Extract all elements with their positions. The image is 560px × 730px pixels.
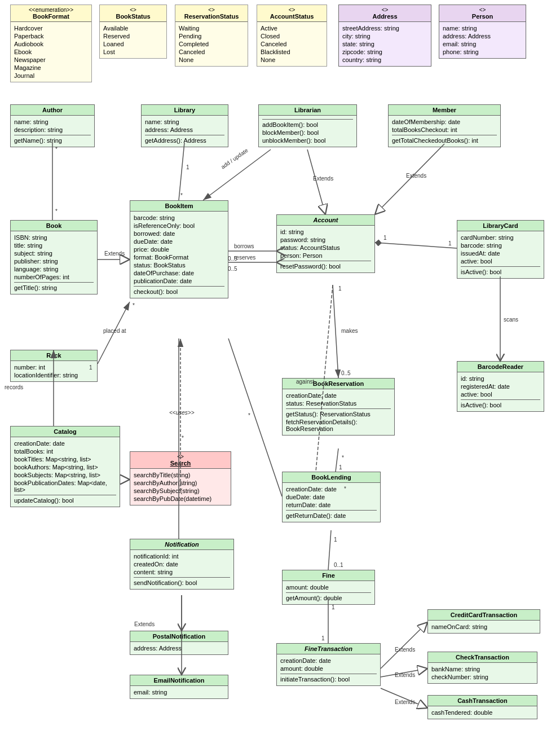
notif-attr-3: content: string xyxy=(134,568,230,576)
svg-line-9 xyxy=(179,143,184,200)
as-attr-1: Active xyxy=(261,24,323,32)
bi-attr-8: dateOfPurchase: date xyxy=(134,269,224,277)
rs-attr-4: Canceled xyxy=(179,48,244,56)
bf-attr-2: Paperback xyxy=(14,32,88,40)
librarian-header: Librarian xyxy=(259,105,356,116)
acc-attr-1: id: string xyxy=(280,228,371,236)
bs-attr-4: Lost xyxy=(103,48,163,56)
bi-attr-4: dueDate: date xyxy=(134,238,224,245)
check-transaction-body: bankName: string checkNumber: string xyxy=(428,663,537,683)
search-method-4: searchByPubDate(datetime) xyxy=(134,495,227,503)
rs-attr-1: Waiting xyxy=(179,24,244,32)
author-attr-2: description: string xyxy=(14,126,91,134)
rs-attr-5: None xyxy=(179,56,244,64)
fine-attr-1: amount: double xyxy=(286,583,371,591)
svg-text:records: records xyxy=(5,384,23,390)
book-reservation-box: BookReservation creationDate: date statu… xyxy=(282,378,395,436)
book-item-header: BookItem xyxy=(130,201,228,212)
book-box: Book ISBN: string title: string subject:… xyxy=(10,220,98,294)
svg-text:*: * xyxy=(180,192,183,199)
search-method-2: searchByAuthor(string) xyxy=(134,479,227,487)
rack-attr-2: locationIdentifier: string xyxy=(14,371,94,379)
cat-attr-6: bookPublicationDates: Map<date, list> xyxy=(14,479,116,494)
person-attr-1: name: string xyxy=(443,24,522,32)
book-status-stereotype: <> xyxy=(103,7,163,13)
catalog-header: Catalog xyxy=(11,426,120,437)
cht-attr-2: checkNumber: string xyxy=(431,673,533,681)
account-status-body: Active Closed Canceled Blacklisted None xyxy=(257,22,327,66)
bs-attr-1: Available xyxy=(103,24,163,32)
member-header: Member xyxy=(389,105,500,116)
svg-text:*: * xyxy=(342,455,344,461)
barcode-reader-box: BarcodeReader id: string registeredAt: d… xyxy=(457,361,544,412)
svg-text:*: * xyxy=(55,208,58,214)
postal-notification-body: address: Address xyxy=(130,642,228,654)
search-name: Search xyxy=(170,460,191,467)
email-notification-box: EmailNotification email: string xyxy=(130,675,228,699)
library-attr-2: address: Address xyxy=(145,126,224,134)
svg-text:0..5: 0..5 xyxy=(228,256,237,262)
as-attr-3: Canceled xyxy=(261,40,323,48)
br-attr-1: creationDate: date xyxy=(286,392,391,399)
bi-attr-1: barcode: string xyxy=(134,214,224,222)
svg-text:1: 1 xyxy=(334,536,337,543)
library-attr-1: name: string xyxy=(145,118,224,126)
book-status-body: Available Reserved Loaned Lost xyxy=(100,22,166,58)
svg-line-33 xyxy=(333,285,338,378)
search-method-1: searchByTitle(string) xyxy=(134,471,227,479)
account-header: Account xyxy=(277,215,374,226)
book-attr-6: numberOfPages: int xyxy=(14,273,94,281)
bi-attr-5: price: double xyxy=(134,245,224,253)
bi-attr-6: format: BookFormat xyxy=(134,253,224,261)
svg-text:Extends: Extends xyxy=(104,250,125,257)
svg-line-23 xyxy=(98,302,130,364)
book-lending-body: creationDate: date dueDate: date returnD… xyxy=(283,483,380,522)
svg-text:Extends: Extends xyxy=(313,175,333,182)
reservation-status-name: ReservationStatus xyxy=(184,13,239,20)
bl-method-1: getReturnDate(): date xyxy=(286,512,377,520)
svg-line-40 xyxy=(328,530,331,570)
member-box: Member dateOfMembership: date totalBooks… xyxy=(388,104,501,147)
member-body: dateOfMembership: date totalBooksCheckou… xyxy=(389,116,500,147)
book-format-box: <<enumeration>> BookFormat Hardcover Pap… xyxy=(10,5,92,82)
book-reservation-body: creationDate: date status: ReservationSt… xyxy=(283,389,394,435)
svg-text:0..5: 0..5 xyxy=(341,370,351,376)
lc-method-1: isActive(): bool xyxy=(461,268,540,276)
svg-line-12 xyxy=(307,149,325,214)
book-format-stereotype: <<enumeration>> xyxy=(14,7,88,13)
bi-attr-7: status: BookStatus xyxy=(134,261,224,269)
library-body: name: string address: Address getAddress… xyxy=(142,116,228,147)
bcr-method-1: isActive(): bool xyxy=(461,401,540,409)
person-name: Person xyxy=(472,13,493,20)
email-notification-header: EmailNotification xyxy=(130,675,228,686)
credit-card-body: nameOnCard: string xyxy=(428,621,540,633)
svg-text:Extends: Extends xyxy=(395,699,415,705)
librarian-method-2: blockMember(): bool xyxy=(262,129,353,137)
svg-text:0..5: 0..5 xyxy=(228,266,237,272)
svg-text:Extends: Extends xyxy=(395,672,415,678)
svg-text:1: 1 xyxy=(332,604,335,610)
acc-attr-2: password: string xyxy=(280,236,371,244)
svg-text:1: 1 xyxy=(338,285,342,292)
book-lending-box: BookLending creationDate: date dueDate: … xyxy=(282,472,381,522)
svg-text:<<uses>>: <<uses>> xyxy=(169,410,195,416)
bf-attr-3: Audiobook xyxy=(14,40,88,48)
account-box: Account id: string password: string stat… xyxy=(276,214,375,273)
bf-attr-7: Journal xyxy=(14,72,88,80)
cash-transaction-box: CashTransaction cashTendered: double xyxy=(427,695,537,719)
account-status-name: AccountStatus xyxy=(270,13,314,20)
postal-notification-box: PostalNotification address: Address xyxy=(130,631,228,655)
notification-body: notificationId: int createdOn: date cont… xyxy=(130,550,233,589)
notif-method-1: sendNotification(): bool xyxy=(134,579,230,587)
lc-attr-3: issuedAt: date xyxy=(461,249,540,257)
svg-text:makes: makes xyxy=(341,328,358,334)
postal-notification-header: PostalNotification xyxy=(130,631,228,642)
book-body: ISBN: string title: string subject: stri… xyxy=(11,231,97,294)
rs-attr-3: Completed xyxy=(179,40,244,48)
pn-attr-1: address: Address xyxy=(134,644,224,652)
acc-attr-4: person: Person xyxy=(280,252,371,260)
author-body: name: string description: string getName… xyxy=(11,116,94,147)
svg-text:scans: scans xyxy=(504,316,518,323)
rack-box: Rack number: int locationIdentifier: str… xyxy=(10,350,98,382)
bs-attr-2: Reserved xyxy=(103,32,163,40)
